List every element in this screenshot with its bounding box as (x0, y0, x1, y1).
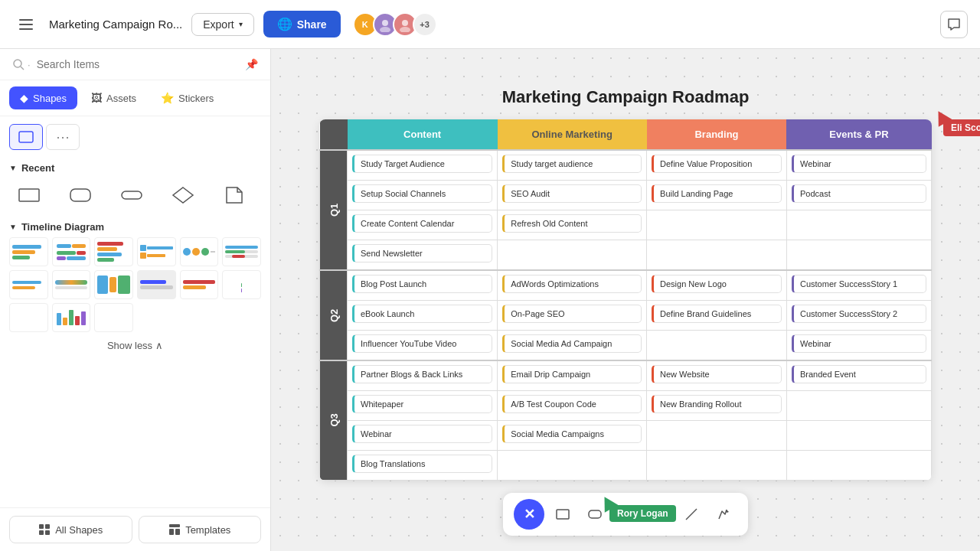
svg-rect-1 (19, 24, 33, 25)
timeline-shape-3[interactable] (94, 237, 133, 266)
task-card[interactable]: Define Value Proposition (652, 155, 782, 173)
tab-shapes[interactable]: ◆ Shapes (9, 86, 77, 109)
task-card[interactable]: Create Content Calendar (352, 214, 492, 233)
timeline-shape-4[interactable] (137, 237, 176, 266)
task-card[interactable]: Customer SuccessStory 2 (792, 305, 926, 323)
task-card[interactable]: Whitepaper (352, 395, 492, 413)
cell-q1-events-1: Podcast (786, 181, 931, 210)
task-card[interactable]: eBook Launch (352, 305, 492, 323)
shape-rectangle[interactable] (9, 178, 49, 212)
search-input[interactable] (37, 58, 239, 70)
task-card[interactable]: Define Brand Guidelines (652, 305, 782, 323)
shape-type-basic[interactable] (9, 124, 43, 150)
cell-q3-content-3: Blog Translations (348, 451, 498, 481)
task-card[interactable]: Partner Blogs & Back Links (352, 365, 492, 383)
chevron-up-icon: ∧ (155, 340, 163, 351)
task-card[interactable]: Blog Translations (352, 455, 492, 473)
canvas[interactable]: Marketing Campaign Roadmap Content Onlin… (271, 49, 980, 551)
cell-q3-content-2: Webinar (348, 421, 498, 451)
recent-section-header[interactable]: ▼ Recent (9, 156, 261, 178)
draw-tool[interactable] (710, 500, 737, 528)
tab-stickers[interactable]: ⭐ Stickers (150, 86, 224, 109)
cell-q2-online-0: AdWords Optimizations (498, 270, 647, 301)
cell-q1-online-1: SEO Audit (498, 181, 647, 210)
shape-type-lines[interactable]: ⋯ (46, 124, 80, 150)
all-shapes-button[interactable]: All Shapes (9, 516, 132, 543)
task-card[interactable]: SEO Audit (502, 184, 642, 203)
line-tool[interactable] (678, 500, 705, 528)
timeline-shape-11[interactable] (180, 270, 219, 299)
cell-q1-content-2: Create Content Calendar (348, 210, 498, 240)
timeline-shape-2[interactable] (52, 237, 91, 266)
timeline-shape-15[interactable] (94, 303, 133, 332)
task-card[interactable]: Blog Post Launch (352, 275, 492, 293)
task-card[interactable]: Refresh Old Content (502, 214, 642, 233)
tab-assets[interactable]: 🖼 Assets (80, 86, 147, 109)
task-card[interactable]: Branded Event (792, 365, 926, 383)
task-card[interactable]: Webinar (792, 155, 926, 173)
timeline-shape-6[interactable] (222, 237, 261, 266)
svg-point-7 (14, 60, 21, 67)
timeline-shape-10[interactable] (137, 270, 176, 299)
svg-rect-22 (589, 510, 601, 518)
share-button[interactable]: 🌐 Share (263, 11, 341, 37)
task-card[interactable]: New Branding Rollout (652, 395, 782, 413)
cell-q2-branding-0: Design New Logo (647, 270, 787, 301)
task-card[interactable]: Study Target Audience (352, 155, 492, 173)
timeline-shape-9[interactable] (94, 270, 133, 299)
task-card[interactable]: New Website (652, 365, 782, 383)
task-card[interactable]: Send Newsletter (352, 244, 492, 262)
task-card[interactable]: Study target audience (502, 155, 642, 173)
export-button[interactable]: Export ▾ (191, 13, 253, 36)
templates-button[interactable]: Templates (139, 516, 262, 543)
task-card[interactable]: Podcast (792, 184, 926, 203)
roadmap-table: Content Online Marketing Branding Events… (319, 119, 932, 481)
svg-rect-21 (557, 510, 569, 519)
show-less-row[interactable]: Show less ∧ (9, 335, 261, 360)
task-card[interactable]: Setup Social Channels (352, 184, 492, 203)
task-card[interactable]: Social Media Ad Campaign (502, 334, 642, 353)
close-button[interactable]: ✕ (514, 499, 544, 530)
task-card[interactable]: Email Drip Campaign (502, 365, 642, 383)
pin-icon[interactable]: 📌 (245, 58, 258, 70)
sidebar-bottom: All Shapes Templates (0, 507, 270, 551)
header-empty (320, 119, 348, 150)
task-card[interactable]: Design New Logo (652, 275, 782, 293)
cell-q3-online-2: Social Media Campaigns (498, 421, 647, 451)
svg-line-8 (21, 67, 24, 70)
shape-type-row: ⋯ (0, 116, 270, 150)
document-title[interactable]: Marketing Campaign Ro... (49, 18, 182, 31)
task-card[interactable]: A/B Test Coupon Code (502, 395, 642, 413)
timeline-shape-8[interactable] (52, 270, 91, 299)
task-card[interactable]: Webinar (792, 334, 926, 353)
task-card[interactable]: Influencer YouTube Video (352, 334, 492, 353)
comment-button[interactable] (940, 11, 968, 38)
task-card[interactable]: Social Media Campaigns (502, 425, 642, 443)
svg-line-24 (686, 509, 697, 520)
svg-rect-16 (39, 530, 44, 535)
timeline-shape-13[interactable] (9, 303, 48, 332)
shape-rounded-rectangle[interactable] (60, 178, 100, 212)
svg-point-4 (380, 27, 390, 32)
timeline-shape-5[interactable] (180, 237, 219, 266)
timeline-shape-14[interactable] (52, 303, 91, 332)
timeline-shape-7[interactable] (9, 270, 48, 299)
task-card[interactable]: Customer SuccessStory 1 (792, 275, 926, 293)
shape-stadium[interactable] (112, 178, 152, 212)
avatar-overflow-count[interactable]: +3 (413, 12, 437, 37)
shape-page[interactable] (214, 178, 254, 212)
header-content: Content (348, 119, 498, 150)
task-card[interactable]: Webinar (352, 425, 492, 443)
search-icon-wrap: · (12, 58, 31, 70)
svg-rect-11 (70, 189, 90, 201)
shape-diamond[interactable] (163, 178, 203, 212)
cell-q1-content-3: Send Newsletter (348, 240, 498, 271)
task-card[interactable]: AdWords Optimizations (502, 275, 642, 293)
timeline-shape-1[interactable] (9, 237, 48, 266)
timeline-section-header[interactable]: ▼ Timeline Diagram (9, 215, 261, 237)
rectangle-tool[interactable] (549, 500, 577, 528)
menu-button[interactable] (12, 11, 40, 38)
task-card[interactable]: On-Page SEO (502, 305, 642, 323)
task-card[interactable]: Build Landing Page (652, 184, 782, 203)
timeline-shape-12[interactable] (222, 270, 261, 299)
